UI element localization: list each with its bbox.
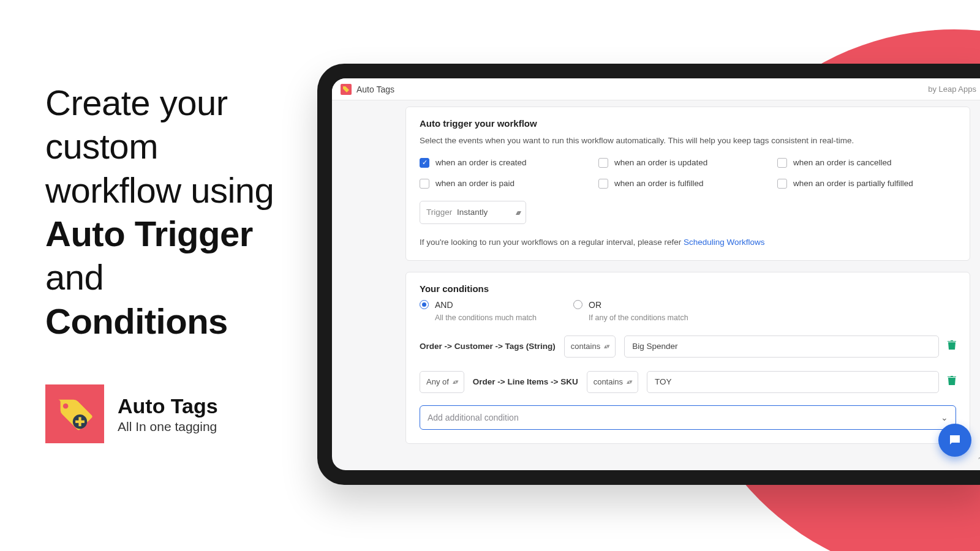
- trigger-event-label: when an order is partially fulfilled: [793, 179, 913, 188]
- tablet-frame: Auto Tags by Leap Apps Auto trigger your…: [317, 64, 980, 485]
- logic-and-option[interactable]: AND All the conditions much match: [420, 300, 537, 322]
- condition-row: Order -> Customer -> Tags (String)contai…: [420, 335, 956, 358]
- logic-and-label: AND: [435, 300, 453, 310]
- trigger-event-checkbox[interactable]: when an order is updated: [598, 158, 777, 168]
- select-value: contains: [571, 342, 600, 351]
- select-value: contains: [594, 377, 623, 386]
- app-screen: Auto Tags by Leap Apps Auto trigger your…: [332, 78, 980, 470]
- checkbox-icon: [598, 179, 608, 189]
- card-description: Select the events when you want to run t…: [420, 135, 956, 147]
- svg-rect-3: [75, 421, 85, 423]
- chat-icon: [948, 433, 962, 448]
- help-chat-button[interactable]: [938, 424, 971, 457]
- trigger-event-label: when an order is updated: [614, 158, 707, 167]
- checkbox-icon: [420, 179, 429, 189]
- trigger-event-checkbox[interactable]: when an order is created: [420, 158, 598, 168]
- select-prefix: Trigger: [426, 208, 452, 217]
- svg-point-0: [63, 403, 69, 409]
- headline-line: Create your: [45, 83, 228, 122]
- app-byline: by Leap Apps: [928, 84, 976, 94]
- trigger-event-label: when an order is created: [435, 158, 527, 167]
- trigger-event-label: when an order is paid: [435, 179, 514, 188]
- marketing-headline-block: Create your custom workflow using Auto T…: [45, 81, 290, 343]
- add-condition-placeholder: Add additional condition: [428, 413, 519, 422]
- checkbox-icon: [777, 179, 787, 189]
- chevron-updown-icon: ▴▾: [516, 208, 519, 217]
- delete-rule-button[interactable]: [948, 340, 956, 352]
- scroll-indicator-icon: ˄: [978, 457, 980, 465]
- chevron-down-icon: ⌄: [941, 413, 948, 422]
- headline-strong: Conditions: [45, 301, 228, 341]
- headline-line: custom: [45, 126, 158, 166]
- checkbox-icon: [777, 158, 787, 168]
- hint-text: If you're looking to run your workflows …: [420, 238, 684, 247]
- brand-subtitle: All In one tagging: [118, 419, 218, 434]
- scheduling-hint: If you're looking to run your workflows …: [420, 238, 956, 247]
- trigger-event-checkbox[interactable]: when an order is partially fulfilled: [777, 179, 956, 189]
- auto-trigger-card: Auto trigger your workflow Select the ev…: [405, 107, 970, 261]
- select-value: Any of: [426, 377, 449, 386]
- rule-scope-select[interactable]: Any of▴▾: [420, 371, 464, 393]
- rule-value-input[interactable]: Big Spender: [624, 335, 939, 358]
- logic-or-sub: If any of the conditions match: [589, 313, 688, 322]
- add-condition-input[interactable]: Add additional condition ⌄: [420, 405, 956, 430]
- logic-or-label: OR: [589, 300, 601, 310]
- rule-operator-select[interactable]: contains▴▾: [564, 335, 616, 358]
- logic-or-option[interactable]: OR If any of the conditions match: [573, 300, 688, 322]
- app-logo-small-icon: [341, 84, 352, 95]
- logic-and-sub: All the conditions much match: [435, 313, 537, 322]
- app-header: Auto Tags by Leap Apps: [332, 78, 980, 100]
- chevron-updown-icon: ▴▾: [453, 378, 458, 386]
- trigger-event-checkbox[interactable]: when an order is cancelled: [777, 158, 956, 168]
- delete-rule-button[interactable]: [948, 376, 956, 388]
- trigger-event-label: when an order is cancelled: [793, 158, 892, 167]
- app-name: Auto Tags: [356, 84, 394, 94]
- chevron-updown-icon: ▴▾: [627, 378, 631, 386]
- trash-icon: [948, 340, 956, 350]
- rule-field-label: Order -> Customer -> Tags (String): [420, 342, 556, 351]
- tag-icon: [54, 393, 96, 435]
- conditions-card: Your conditions AND All the conditions m…: [405, 272, 970, 444]
- card-title: Your conditions: [420, 283, 956, 294]
- rule-operator-select[interactable]: contains▴▾: [587, 371, 638, 393]
- card-title: Auto trigger your workflow: [420, 118, 956, 129]
- rule-field-label: Order -> Line Items -> SKU: [473, 377, 578, 386]
- radio-off-icon: [573, 300, 582, 309]
- trigger-event-checkbox[interactable]: when an order is paid: [420, 179, 598, 189]
- headline-line: workflow using: [45, 170, 274, 210]
- headline-strong: Auto Trigger: [45, 214, 253, 253]
- brand-block: Auto Tags All In one tagging: [45, 384, 218, 443]
- rule-value-input[interactable]: TOY: [647, 371, 939, 393]
- select-value: Instantly: [457, 208, 488, 217]
- trigger-timing-select[interactable]: Trigger Instantly ▴▾: [420, 201, 526, 224]
- app-logo: [45, 384, 104, 443]
- trash-icon: [948, 376, 956, 386]
- condition-row: Any of▴▾Order -> Line Items -> SKUcontai…: [420, 371, 956, 393]
- trigger-event-label: when an order is fulfilled: [614, 179, 704, 188]
- headline-line: and: [45, 257, 104, 297]
- trigger-event-checkbox[interactable]: when an order is fulfilled: [598, 179, 777, 189]
- radio-on-icon: [420, 300, 429, 309]
- checkbox-icon: [598, 158, 608, 168]
- checkbox-checked-icon: [420, 158, 429, 168]
- scheduling-workflows-link[interactable]: Scheduling Workflows: [684, 238, 765, 247]
- brand-title: Auto Tags: [118, 394, 218, 418]
- chevron-updown-icon: ▴▾: [604, 342, 609, 350]
